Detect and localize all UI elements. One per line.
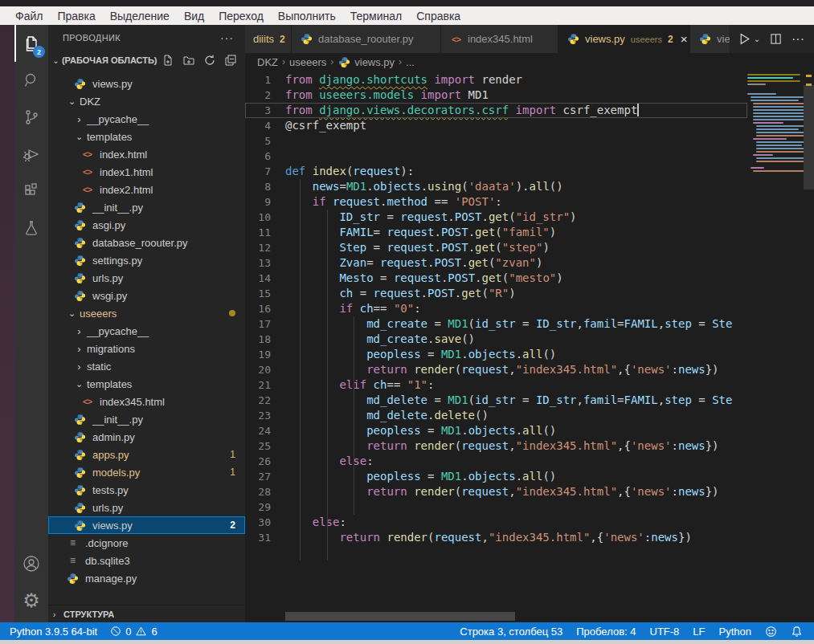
line-number[interactable]: 30: [245, 515, 285, 530]
code-line[interactable]: 11 FAMIL= request.POST.get("famil"): [245, 225, 747, 240]
code-line[interactable]: 13 Zvan= request.POST.get("zvan"): [245, 255, 747, 271]
line-number[interactable]: 10: [245, 210, 285, 225]
line-number[interactable]: 11: [245, 225, 285, 240]
line-number[interactable]: 18: [245, 332, 285, 347]
explorer-more-actions-icon[interactable]: ···: [220, 31, 234, 44]
line-number[interactable]: 15: [245, 286, 285, 301]
code-line[interactable]: 19 peopless = MD1.objects.all(): [245, 347, 747, 362]
indentation-status[interactable]: Пробелов: 4: [576, 626, 636, 638]
tree-item-manage.py[interactable]: manage.py: [48, 569, 245, 587]
tree-item-urls.py[interactable]: urls.py: [48, 499, 245, 516]
menu-item-Правка[interactable]: Правка: [50, 6, 102, 25]
code-line[interactable]: 3from django.views.decorators.csrf impor…: [245, 103, 747, 118]
line-number[interactable]: 29: [245, 499, 285, 515]
code-line[interactable]: 25 return render(request,"index345.html"…: [245, 438, 747, 454]
line-number[interactable]: 27: [245, 469, 285, 484]
tree-folder-DKZ[interactable]: ⌄DKZ: [48, 92, 245, 110]
line-number[interactable]: 14: [245, 271, 285, 286]
code-line[interactable]: 1from django.shortcuts import render: [245, 72, 747, 88]
minimap[interactable]: [747, 72, 804, 611]
explorer-icon[interactable]: 2: [14, 25, 48, 62]
code-line[interactable]: 5: [245, 133, 747, 149]
code-line[interactable]: 12 Step = request.POST.get("step"): [245, 240, 747, 255]
source-control-icon[interactable]: [14, 99, 48, 136]
code-line[interactable]: 20 return render(request,"index345.html"…: [245, 362, 747, 377]
line-number[interactable]: 31: [245, 530, 285, 545]
line-number[interactable]: 9: [245, 194, 285, 210]
encoding-status[interactable]: UTF-8: [650, 626, 680, 638]
tree-item-asgi.py[interactable]: asgi.py: [48, 216, 245, 234]
tree-item-models.py[interactable]: models.py1: [48, 463, 245, 481]
menu-item-Вид[interactable]: Вид: [177, 6, 211, 25]
tree-item-index.html[interactable]: <>index.html: [48, 145, 245, 163]
tree-folder-templates[interactable]: ⌄templates: [48, 128, 245, 145]
settings-gear-icon[interactable]: ⚙: [14, 582, 48, 619]
code-line[interactable]: 9 if request.method == 'POST':: [245, 194, 747, 210]
code-line[interactable]: 8 news=MD1.objects.using('daata').all(): [245, 179, 747, 194]
breadcrumb-item-DKZ[interactable]: DKZ: [257, 56, 278, 68]
code-line[interactable]: 24 peopless = MD1.objects.all(): [245, 423, 747, 438]
menu-item-Переход[interactable]: Переход: [211, 6, 271, 25]
code-line[interactable]: 31 return render(request,"index345.html"…: [245, 530, 747, 545]
tree-item-views.py[interactable]: views.py2: [48, 516, 245, 534]
refresh-icon[interactable]: [202, 52, 218, 68]
code-line[interactable]: 14 Mesto = request.POST.get("mesto"): [245, 271, 747, 286]
line-number[interactable]: 25: [245, 438, 285, 454]
more-actions-icon[interactable]: ···: [792, 32, 804, 47]
notifications-bell-icon[interactable]: [791, 626, 803, 638]
menu-item-Терминал[interactable]: Терминал: [343, 6, 409, 25]
python-interpreter-status[interactable]: Python 3.9.5 64-bit: [10, 626, 97, 638]
line-number[interactable]: 12: [245, 240, 285, 255]
line-number[interactable]: 3: [245, 103, 285, 118]
tab-index345.html[interactable]: <>index345.html: [441, 25, 558, 53]
menu-item-Файл[interactable]: Файл: [8, 6, 50, 25]
menu-item-Выполнить[interactable]: Выполнить: [271, 6, 343, 25]
tree-item-wsgi.py[interactable]: wsgi.py: [48, 287, 245, 304]
tree-folder-static[interactable]: ›static: [48, 357, 245, 375]
code-line[interactable]: 6: [245, 149, 747, 164]
code-line[interactable]: 21 elif ch== "1":: [245, 377, 747, 393]
line-number[interactable]: 7: [245, 164, 285, 179]
line-number[interactable]: 19: [245, 347, 285, 362]
line-number[interactable]: 8: [245, 179, 285, 194]
tab-vie[interactable]: vie: [690, 25, 730, 53]
run-button[interactable]: ⌄: [738, 32, 760, 46]
code-line[interactable]: 15 ch = request.POST.get("R"): [245, 286, 747, 301]
line-number[interactable]: 26: [245, 454, 285, 469]
tab-diiits[interactable]: diiits2: [245, 25, 292, 53]
code-line[interactable]: 27 peopless = MD1.objects.all(): [245, 469, 747, 484]
split-editor-icon[interactable]: [770, 33, 782, 45]
line-number[interactable]: 1: [245, 72, 285, 88]
line-number[interactable]: 13: [245, 255, 285, 271]
tree-item-__init__.py[interactable]: __init__.py: [48, 410, 245, 428]
line-number[interactable]: 6: [245, 149, 285, 164]
tree-folder-migrations[interactable]: ›migrations: [48, 340, 245, 357]
tree-item-__init__.py[interactable]: __init__.py: [48, 198, 245, 216]
code-line[interactable]: 7def index(request):: [245, 164, 747, 179]
tree-item-views.py[interactable]: views.py: [48, 75, 245, 92]
line-number[interactable]: 22: [245, 393, 285, 408]
code-line[interactable]: 10 ID_str = request.POST.get("id_str"): [245, 210, 747, 225]
line-number[interactable]: 23: [245, 408, 285, 423]
code-line[interactable]: 18 md_create.save(): [245, 332, 747, 347]
cursor-position-status[interactable]: Строка 3, столбец 53: [460, 626, 562, 638]
code-line[interactable]: 2from useeers.models import MD1: [245, 88, 747, 103]
code-line[interactable]: 17 md_create = MD1(id_str = ID_str,famil…: [245, 316, 747, 332]
tab-views.py[interactable]: views.pyuseeers2×: [558, 25, 690, 53]
breadcrumb-item-views.py[interactable]: views.py: [337, 56, 395, 68]
code-line[interactable]: 23 md_delete.delete(): [245, 408, 747, 423]
problems-status[interactable]: 0 6: [110, 626, 157, 638]
code-editor[interactable]: 1from django.shortcuts import render2fro…: [245, 72, 747, 611]
account-icon[interactable]: [14, 545, 48, 582]
tab-close-icon[interactable]: ×: [681, 32, 688, 46]
tree-folder-__pycache__[interactable]: ›__pycache__: [48, 322, 245, 340]
code-line[interactable]: 28 return render(request,"index345.html"…: [245, 484, 747, 499]
tree-item-settings.py[interactable]: settings.py: [48, 251, 245, 269]
outline-section-header[interactable]: › СТРУКТУРА: [48, 605, 245, 622]
line-number[interactable]: 28: [245, 484, 285, 499]
new-folder-icon[interactable]: [181, 52, 197, 68]
tree-folder-__pycache__[interactable]: ›__pycache__: [48, 110, 245, 128]
code-line[interactable]: 29: [245, 499, 747, 515]
workspace-section-header[interactable]: ⌄ (РАБОЧАЯ ОБЛАСТЬ) ...: [48, 51, 245, 70]
code-line[interactable]: 30 else:: [245, 515, 747, 530]
